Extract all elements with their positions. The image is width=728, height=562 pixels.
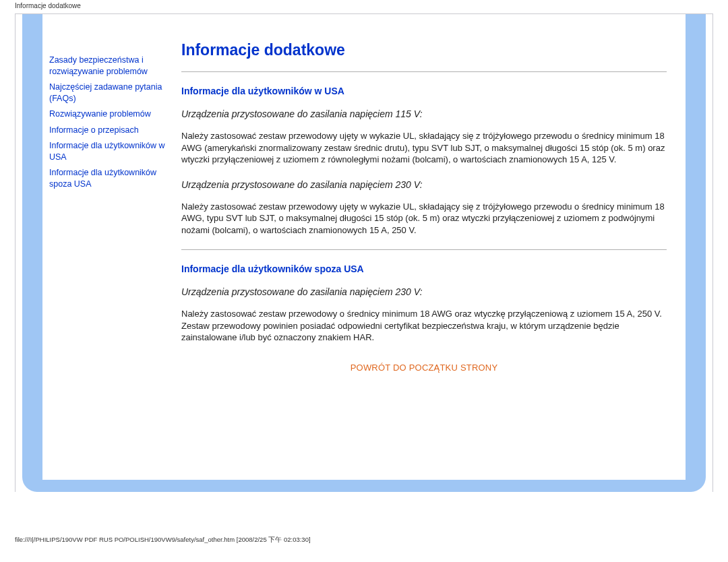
section2-heading: Informacje dla użytkowników spoza USA (181, 263, 667, 274)
sidebar-link-usa-info[interactable]: Informacje dla użytkowników w USA (49, 140, 175, 163)
sidebar-link-regulations[interactable]: Informacje o przepisach (49, 125, 175, 136)
sidebar-link-safety[interactable]: Zasady bezpieczeństwa i rozwiązywanie pr… (49, 55, 175, 77)
content-paper: Zasady bezpieczeństwa i rozwiązywanie pr… (42, 14, 686, 480)
back-to-top-link[interactable]: POWRÓT DO POCZĄTKU STRONY (351, 363, 498, 373)
document-frame: Zasady bezpieczeństwa i rozwiązywanie pr… (15, 13, 713, 492)
section1-sub2: Urządzenia przystosowane do zasilania na… (181, 179, 667, 190)
sidebar-link-troubleshoot[interactable]: Rozwiązywanie problemów (49, 108, 175, 120)
page-title: Informacje dodatkowe (181, 41, 667, 59)
section1-p1: Należy zastosować zestaw przewodowy ujęt… (181, 130, 667, 166)
section1-p2: Należy zastosować zestaw przewodowy ujęt… (181, 201, 667, 237)
section1-heading: Informacje dla użytkowników w USA (181, 86, 667, 96)
browser-tab-title: Informacje dodatkowe (0, 0, 728, 9)
back-to-top-wrap: POWRÓT DO POCZĄTKU STRONY (181, 363, 667, 373)
divider (181, 71, 667, 72)
divider (181, 249, 667, 250)
sidebar-link-nonusa-info[interactable]: Informacje dla użytkowników spoza USA (49, 167, 175, 190)
footer-file-path: file:///I|/PHILIPS/190VW PDF RUS PO/POLI… (15, 536, 311, 544)
sidebar: Zasady bezpieczeństwa i rozwiązywanie pr… (42, 14, 181, 480)
section1-sub1: Urządzenia przystosowane do zasilania na… (181, 108, 667, 119)
section2-sub1: Urządzenia przystosowane do zasilania na… (181, 286, 667, 297)
main-content: Informacje dodatkowe Informacje dla użyt… (181, 14, 686, 480)
sidebar-link-faqs[interactable]: Najczęściej zadawane pytania (FAQs) (49, 82, 175, 104)
section2-p1: Należy zastosować zestaw przewodowy o śr… (181, 308, 667, 344)
blue-frame: Zasady bezpieczeństwa i rozwiązywanie pr… (22, 14, 706, 492)
